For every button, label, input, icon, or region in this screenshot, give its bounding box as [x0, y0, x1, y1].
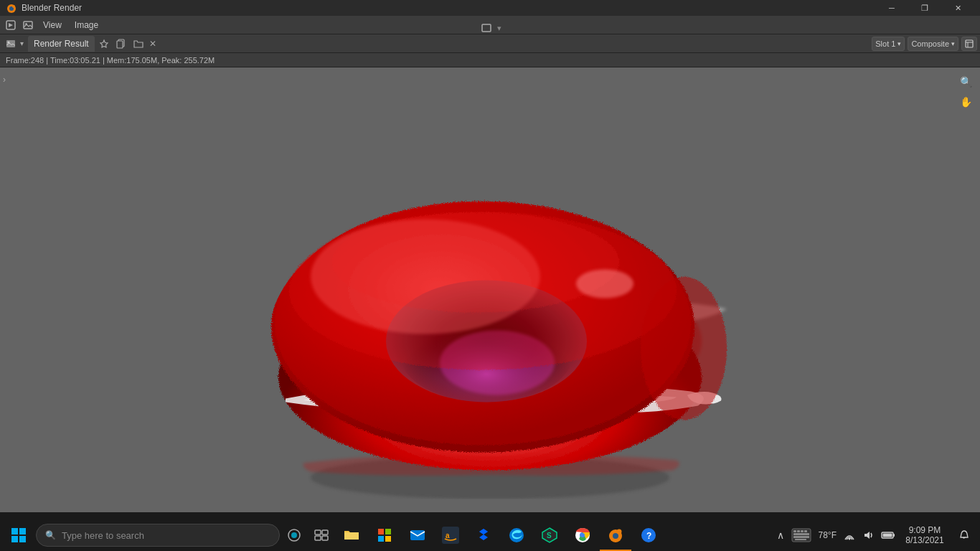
dropbox-icon — [475, 527, 492, 544]
slot-selector[interactable]: Slot 1 ▾ — [872, 37, 905, 51]
taskbar-right: ∧ 78°F — [774, 519, 977, 551]
start-button[interactable] — [3, 519, 34, 551]
svg-rect-54 — [793, 530, 796, 532]
taskbar-app-mail[interactable] — [402, 519, 433, 551]
image-preview-icon[interactable] — [20, 17, 36, 33]
svg-rect-58 — [793, 533, 809, 535]
svg-text:?: ? — [646, 531, 651, 541]
svg-rect-31 — [315, 536, 321, 540]
help-browser-icon: ? — [640, 527, 657, 544]
search-placeholder: Type here to search — [62, 530, 144, 541]
system-tray-expand[interactable]: ∧ — [774, 519, 787, 551]
svg-rect-32 — [322, 536, 328, 540]
taskbar-app-edge[interactable] — [501, 519, 532, 551]
task-view-button[interactable] — [308, 522, 334, 548]
render-result-tab[interactable]: Render Result — [28, 36, 95, 52]
weather-widget[interactable]: 78°F — [816, 519, 839, 551]
svg-point-25 — [641, 277, 727, 420]
maximize-button[interactable]: ❐ — [908, 0, 941, 16]
search-icon: 🔍 — [45, 530, 56, 540]
svg-rect-59 — [793, 536, 809, 538]
taskbar-app-topaz[interactable]: S — [534, 519, 565, 551]
taskbar-app-chrome[interactable] — [567, 519, 598, 551]
svg-rect-35 — [378, 536, 384, 542]
tab-copy-icon[interactable] — [113, 36, 129, 52]
taskbar: 🔍 Type here to search — [0, 519, 980, 551]
svg-rect-63 — [893, 534, 895, 537]
search-bar[interactable]: 🔍 Type here to search — [36, 524, 280, 547]
info-bar: Frame:248 | Time:03:05.21 | Mem:175.05M,… — [0, 53, 980, 67]
image-menu[interactable]: Image — [69, 17, 104, 33]
render-mode-icon[interactable] — [3, 17, 19, 33]
right-tools: 🔍 ✋ — [957, 73, 974, 110]
sound-tray[interactable] — [859, 519, 877, 551]
view-toggle-icon[interactable] — [961, 37, 977, 51]
network-icon — [844, 529, 855, 541]
taskbar-app-helpbrowser[interactable]: ? — [633, 519, 664, 551]
close-button[interactable]: ✕ — [941, 0, 974, 16]
svg-rect-34 — [385, 529, 391, 534]
title-left: Blender Render — [6, 2, 82, 14]
svg-point-2 — [12, 5, 15, 8]
tray-expand-icon: ∧ — [777, 529, 784, 541]
taskbar-app-store[interactable] — [369, 519, 400, 551]
blender-logo-icon — [6, 2, 17, 14]
expand-panel-button[interactable]: › — [3, 75, 6, 85]
render-image-icon[interactable] — [3, 36, 19, 52]
network-tray[interactable] — [841, 519, 858, 551]
taskbar-app-blender[interactable] — [600, 519, 631, 551]
chrome-icon — [574, 527, 591, 544]
view-menu[interactable]: View — [37, 17, 67, 33]
notification-button[interactable] — [951, 519, 977, 551]
battery-icon — [881, 529, 895, 541]
taskbar-app-explorer[interactable] — [336, 519, 367, 551]
svg-point-49 — [613, 533, 618, 539]
search-tool-icon[interactable]: 🔍 — [957, 73, 974, 90]
svg-rect-37 — [410, 530, 425, 540]
minimize-button[interactable]: ─ — [875, 0, 908, 16]
hand-tool-icon[interactable]: ✋ — [957, 93, 974, 110]
cortana-button[interactable] — [281, 522, 307, 548]
svg-rect-55 — [797, 530, 800, 532]
svg-rect-36 — [385, 536, 391, 542]
render-dropdown-arrow[interactable]: ▾ — [20, 39, 24, 47]
store-icon — [376, 527, 393, 544]
topaz-icon: S — [541, 527, 558, 544]
taskbar-app-dropbox[interactable] — [468, 519, 499, 551]
taskbar-app-amazon[interactable]: a — [435, 519, 466, 551]
render-area: 🔍 ✋ › — [0, 67, 980, 512]
mail-icon — [409, 527, 426, 544]
amazon-icon: a — [442, 527, 459, 544]
compositing-selector[interactable]: Composite ▾ — [908, 37, 958, 51]
battery-tray[interactable] — [878, 519, 898, 551]
keyboard-icon — [791, 528, 811, 542]
svg-text:S: S — [547, 532, 552, 540]
svg-rect-6 — [482, 24, 491, 32]
svg-point-50 — [617, 529, 622, 534]
svg-text:a: a — [446, 532, 450, 540]
title-bar: Blender Render ─ ❐ ✕ — [0, 0, 980, 16]
cortana-icon — [287, 528, 301, 542]
svg-rect-29 — [315, 530, 321, 534]
svg-point-61 — [849, 538, 851, 540]
svg-point-26 — [576, 270, 633, 298]
keyboard-layout-indicator[interactable] — [788, 519, 814, 551]
svg-rect-4 — [24, 22, 32, 29]
file-explorer-icon — [343, 527, 360, 544]
svg-rect-56 — [801, 530, 804, 532]
svg-rect-60 — [795, 539, 806, 540]
title-controls: ─ ❐ ✕ — [875, 0, 974, 16]
svg-rect-33 — [378, 529, 384, 534]
svg-marker-41 — [479, 529, 488, 534]
clock[interactable]: 9:09 PM 8/13/2021 — [900, 519, 950, 551]
tab-star-icon[interactable] — [96, 36, 112, 52]
tab-close-icon[interactable]: ✕ — [148, 39, 158, 49]
task-view-icon — [314, 528, 329, 542]
svg-rect-38 — [442, 527, 459, 544]
render-preview-icon[interactable] — [479, 20, 494, 36]
view-arrow: ▾ — [497, 24, 501, 33]
svg-rect-30 — [322, 530, 328, 534]
notification-icon — [958, 529, 970, 541]
tab-folder-icon[interactable] — [131, 36, 146, 52]
svg-rect-7 — [6, 40, 15, 47]
